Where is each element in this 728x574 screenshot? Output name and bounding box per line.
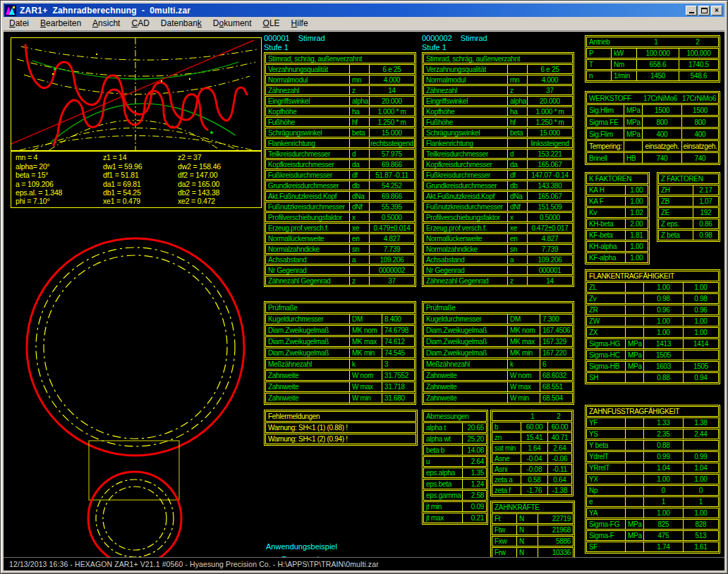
table-header-row: ZAHNFUSSTRAGFÄHIGKEIT [586, 406, 719, 417]
table-cell: 54.252 [369, 181, 414, 190]
table-cell: Fußnutzkreisdurchmesser [424, 202, 507, 211]
table-cell: 2.00 [625, 219, 648, 228]
table-header-row: ZAHNKRÄFTE [492, 502, 574, 513]
table-row: ZahnweiteW min31.680 [265, 393, 415, 403]
table-row: Erzeug.prof.versch.f.xe0.479±0.014 [265, 223, 415, 233]
table-cell [624, 141, 642, 151]
table-row: FtwN21968 [492, 525, 574, 535]
table-cell: YX [587, 475, 625, 484]
table-cell: jt min [424, 502, 462, 511]
table-title: ZAHNFUSSTRAGFÄHIGKEIT [587, 407, 718, 416]
table-cell: 0.479±0.014 [369, 224, 414, 232]
table-cell: 1.00 [643, 475, 683, 484]
table-cell: KA H [587, 185, 625, 195]
gear1-number: 000001 [264, 34, 290, 42]
table-k-faktoren: K FAKTORENKA H1.00KA F1.00Kv1.02KH-beta2… [585, 172, 650, 264]
table-row: ZahnweiteW max68.551 [423, 381, 573, 392]
table-cell: 1.250 * m [369, 118, 414, 126]
table-cell: 2.17 [693, 185, 718, 195]
table-cell: 2.64 [462, 457, 486, 466]
menu-ansicht[interactable]: Ansicht [87, 17, 126, 30]
table-row: Y beta0.88 [586, 440, 719, 451]
menu-dokument[interactable]: Dokument [207, 17, 257, 30]
table-cell: Zähnezahl Gegenrad [424, 276, 507, 285]
table-cell: 7.739 [527, 245, 572, 253]
table-cell: DM [507, 315, 540, 324]
table-cell: 1.64 [521, 444, 547, 452]
menu-ole[interactable]: OLE [257, 17, 286, 30]
table-cell: Normalmodul [266, 75, 349, 84]
table-row: Schrägungswinkelbeta15.000 [265, 128, 415, 138]
maximize-button[interactable] [698, 6, 710, 16]
table-flankentragfaehigkeit: FLANKENTRAGFÄHIGKEITZL1.001.00Zv0.980.98… [585, 269, 720, 384]
table-cell: Achsabstand [266, 255, 349, 264]
table-cell: 0.86 [693, 219, 718, 228]
table-cell: zeta a [492, 475, 521, 484]
table-cell: Erzeug.prof.versch.f. [266, 224, 349, 232]
table-cell: alpha [349, 97, 369, 105]
table-pruefmasse-2: PrüfmaßeKugeldurchmesserDM7.300Diam.Zwei… [422, 301, 574, 405]
table-cell: Nr Gegenrad [424, 266, 507, 274]
table-header-row: Stimrad, schräg, außenverzahnt [423, 54, 573, 63]
table-cell: 167.329 [540, 337, 572, 346]
table-row: Eingriffswinkelalpha20.000 [423, 96, 573, 106]
drawing-param: dw2 = 158.46 [178, 162, 257, 171]
menu-bearbeiten[interactable]: Bearbeiten [35, 17, 87, 30]
menu-datei[interactable]: Datei [4, 17, 35, 30]
title-bar[interactable]: ZAR1+ Zahnradberechnung - 0multi.zar × [4, 4, 724, 17]
table-cell: Warnung: SH<1 (1) (0.88) ! [266, 423, 415, 432]
menu-cad[interactable]: CAD [126, 17, 154, 30]
table-row: FxwN5886 [492, 536, 574, 546]
table-cell: P [587, 49, 611, 58]
table-cell: Diam.Zweikugelmaß [266, 337, 349, 346]
table-cell: Ft [492, 514, 516, 523]
table-cell: 57.975 [369, 149, 414, 158]
table-row: KA H1.00 [586, 185, 648, 195]
table-cell: alpha wt [424, 434, 462, 444]
table-cell: Nm [611, 60, 636, 69]
table-row: Tempering:einsatzgeh.einsatzgeh. [586, 140, 719, 152]
drawing-param: df1 = 51.81 [103, 171, 178, 179]
table-cell: Kugeldurchmesser [424, 315, 507, 324]
table-cell: 1.00 [625, 242, 648, 251]
table-cell: 1.04 [683, 463, 718, 472]
window-frame: ZAR1+ Zahnradberechnung - 0multi.zar × D… [0, 0, 728, 574]
table-cell: MPa [625, 520, 643, 529]
table-cell: 20.000 [527, 97, 572, 105]
table-cell: Zahnweite [266, 382, 349, 391]
close-button[interactable]: × [711, 6, 722, 16]
table-cell: da [507, 160, 527, 169]
menu-datenbank[interactable]: Datenbank [155, 17, 207, 30]
table-cell: einsatzgeh. [642, 141, 681, 151]
table-cell: 40.71 [547, 433, 571, 441]
table-row: Zähnezahl Gegenradz37 [265, 276, 415, 286]
table-cell: 1.00 [625, 185, 648, 195]
table-cell: 3 [382, 360, 414, 369]
table-title: Stimrad, schräg, außenverzahnt [266, 54, 414, 63]
table-title: Abmessungen [424, 412, 486, 421]
gear2-stage: Stufe 1 [422, 43, 487, 52]
table-zahnkraefte: ZAHNKRÄFTEFtN22719FtwN21968FxwN5886FrwN1… [490, 501, 575, 557]
table-cell [625, 486, 643, 495]
table-row: ZE192 [658, 207, 719, 218]
table-row: Meßzähnezahlk3 [265, 359, 415, 370]
table-row: SH0.880.94 [586, 372, 719, 383]
table-cell: 2.64 [547, 444, 571, 452]
table-cell: Fußkreisdurchmesser [424, 171, 507, 179]
minimize-button[interactable] [686, 6, 697, 16]
table-cell: Schrägungswinkel [424, 128, 507, 137]
table-header-value: 17CrNiMo6 [680, 93, 718, 103]
menu-hilfe[interactable]: Hilfe [286, 17, 314, 30]
table-cell: 1.00 [643, 317, 683, 326]
table-abmessungen: Abmessungenalpha t20.65alpha wt25.20beta… [422, 410, 488, 525]
table-cell: b [492, 422, 521, 431]
table-cell: dNf [349, 202, 369, 211]
table-cell: SF [587, 542, 625, 551]
table-cell: 37 [369, 276, 414, 285]
table-cell: ha [507, 107, 527, 116]
table-title: Prüfmaße [266, 303, 414, 312]
table-cell: 0.21 [462, 513, 486, 523]
table-cell: e [587, 497, 625, 506]
table-cell: 1414 [683, 339, 718, 348]
table-cell: Meßzähnezahl [424, 360, 507, 369]
